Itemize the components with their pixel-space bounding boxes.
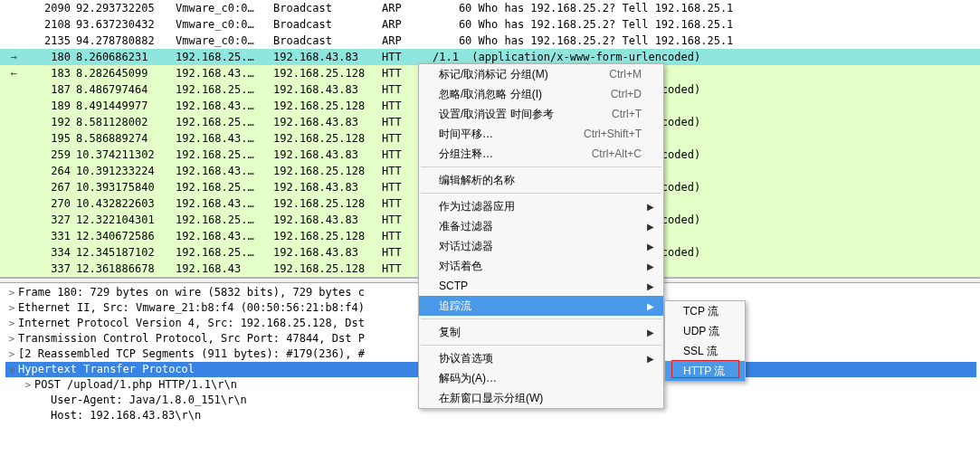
tree-toggle-icon[interactable]: v <box>5 362 18 377</box>
menu-item[interactable]: 解码为(A)… <box>419 368 663 388</box>
menu-item[interactable]: 准备过滤器▶ <box>419 216 663 236</box>
menu-item[interactable]: 复制▶ <box>419 322 663 342</box>
menu-item[interactable]: 设置/取消设置 时间参考Ctrl+T <box>419 104 663 124</box>
col-no: 331 <box>24 230 76 242</box>
col-source: 192.168.25.… <box>176 51 273 63</box>
col-no: 2108 <box>24 18 76 31</box>
col-destination: 192.168.43.83 <box>273 214 382 226</box>
tree-toggle-icon[interactable]: > <box>22 377 34 393</box>
detail-text: Hypertext Transfer Protocol <box>18 362 195 377</box>
menu-label: 复制 <box>439 325 642 340</box>
col-time: 12.345187102 <box>76 246 176 259</box>
menu-label: 解码为(A)… <box>439 371 642 386</box>
menu-label: 对话过滤器 <box>439 239 642 254</box>
submenu-arrow-icon: ▶ <box>642 242 654 251</box>
packet-row[interactable]: 210893.637230432Vmware_c0:0…BroadcastARP… <box>0 16 980 33</box>
col-no: 192 <box>24 116 76 128</box>
col-destination: 192.168.25.128 <box>273 197 382 210</box>
col-time: 93.637230432 <box>76 18 176 31</box>
col-protocol: ARP <box>382 18 433 31</box>
col-no: 259 <box>24 148 76 161</box>
menu-separator <box>421 318 661 319</box>
col-destination: 192.168.43.83 <box>273 116 382 128</box>
menu-shortcut: Ctrl+T <box>612 108 642 120</box>
menu-item[interactable]: 忽略/取消忽略 分组(I)Ctrl+D <box>419 84 663 104</box>
tree-toggle-icon[interactable]: > <box>5 346 18 362</box>
col-destination: 192.168.25.128 <box>273 67 382 80</box>
submenu-item[interactable]: TCP 流 <box>665 301 745 321</box>
col-time: 8.260686231 <box>76 51 176 63</box>
menu-separator <box>421 166 661 167</box>
col-protocol: ARP <box>382 2 433 14</box>
detail-text: [2 Reassembled TCP Segments (911 bytes):… <box>18 346 365 362</box>
menu-item[interactable]: 标记/取消标记 分组(M)Ctrl+M <box>419 64 663 84</box>
menu-item[interactable]: 追踪流▶ <box>419 296 663 316</box>
col-destination: 192.168.43.83 <box>273 181 382 194</box>
detail-text: Frame 180: 729 bytes on wire (5832 bits)… <box>18 285 365 300</box>
col-info: 60 Who has 192.168.25.2? Tell 192.168.25… <box>433 2 980 14</box>
submenu-arrow-icon: ▶ <box>642 202 654 212</box>
menu-shortcut: Ctrl+M <box>609 68 642 81</box>
context-menu[interactable]: 标记/取消标记 分组(M)Ctrl+M忽略/取消忽略 分组(I)Ctrl+D设置… <box>418 63 664 409</box>
packet-row[interactable]: 213594.278780882Vmware_c0:0…BroadcastARP… <box>0 33 980 49</box>
menu-label: 准备过滤器 <box>439 219 642 234</box>
col-destination: 192.168.25.128 <box>273 230 382 242</box>
menu-item[interactable]: 在新窗口显示分组(W) <box>419 388 663 408</box>
tree-toggle-icon[interactable]: > <box>5 300 18 316</box>
col-source: 192.168.25.… <box>176 214 273 226</box>
menu-shortcut: Ctrl+Shift+T <box>584 128 642 140</box>
menu-item[interactable]: 协议首选项▶ <box>419 348 663 368</box>
col-no: 270 <box>24 197 76 210</box>
menu-shortcut: Ctrl+D <box>611 88 642 100</box>
menu-label: 忽略/取消忽略 分组(I) <box>439 87 611 102</box>
menu-item[interactable]: 作为过滤器应用▶ <box>419 196 663 216</box>
menu-item[interactable]: 时间平移…Ctrl+Shift+T <box>419 124 663 144</box>
col-time: 8.586889274 <box>76 132 176 145</box>
col-source: 192.168.43.… <box>176 197 273 210</box>
menu-item[interactable]: 对话着色▶ <box>419 256 663 276</box>
col-info: /1.1 (application/x-www-form-urlencoded) <box>433 51 980 63</box>
col-source: 192.168.25.… <box>176 181 273 194</box>
submenu-item[interactable]: SSL 流 <box>665 341 745 361</box>
menu-item[interactable]: 分组注释…Ctrl+Alt+C <box>419 144 663 164</box>
menu-separator <box>421 345 661 346</box>
menu-label: 在新窗口显示分组(W) <box>439 391 642 406</box>
col-time: 10.374211302 <box>76 148 176 161</box>
menu-item[interactable]: SCTP▶ <box>419 276 663 296</box>
submenu-item[interactable]: HTTP 流 <box>665 361 745 381</box>
tree-toggle-icon[interactable]: > <box>5 316 18 331</box>
col-time: 12.322104301 <box>76 214 176 226</box>
col-source: 192.168.25.… <box>176 148 273 161</box>
menu-label: 编辑解析的名称 <box>439 173 642 188</box>
col-no: 334 <box>24 246 76 259</box>
col-source: 192.168.43.… <box>176 100 273 112</box>
col-time: 12.340672586 <box>76 230 176 242</box>
col-source: 192.168.25.… <box>176 83 273 96</box>
col-destination: Broadcast <box>273 34 382 47</box>
row-marker: → <box>4 51 24 63</box>
col-no: 195 <box>24 132 76 145</box>
col-destination: 192.168.43.83 <box>273 83 382 96</box>
col-source: 192.168.43.… <box>176 67 273 80</box>
col-no: 2135 <box>24 34 76 47</box>
col-time: 10.391233224 <box>76 165 176 177</box>
col-source: Vmware_c0:0… <box>176 34 273 47</box>
submenu-item[interactable]: UDP 流 <box>665 321 745 341</box>
follow-stream-submenu[interactable]: TCP 流UDP 流SSL 流HTTP 流 <box>664 300 746 382</box>
detail-text: User-Agent: Java/1.8.0_151\r\n <box>51 393 247 408</box>
tree-toggle-icon[interactable]: > <box>5 331 18 346</box>
col-source: Vmware_c0:0… <box>176 2 273 14</box>
detail-line[interactable]: Host: 192.168.43.83\r\n <box>5 408 976 423</box>
col-time: 8.581128002 <box>76 116 176 128</box>
menu-item[interactable]: 编辑解析的名称 <box>419 170 663 190</box>
menu-item[interactable]: 对话过滤器▶ <box>419 236 663 256</box>
menu-label: 标记/取消标记 分组(M) <box>439 67 609 82</box>
menu-label: 分组注释… <box>439 147 592 162</box>
col-time: 8.282645099 <box>76 67 176 80</box>
packet-row[interactable]: 209092.293732205Vmware_c0:0…BroadcastARP… <box>0 0 980 16</box>
col-destination: 192.168.25.128 <box>273 262 382 275</box>
col-no: 337 <box>24 262 76 275</box>
submenu-arrow-icon: ▶ <box>642 354 654 364</box>
col-destination: 192.168.43.83 <box>273 246 382 259</box>
tree-toggle-icon[interactable]: > <box>5 285 18 300</box>
